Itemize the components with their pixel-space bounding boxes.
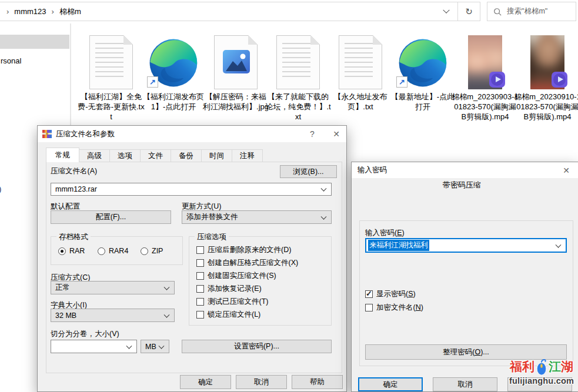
dialog-title: 压缩文件名和参数 <box>56 129 115 139</box>
dialog-titlebar: 压缩文件名和参数 ? ✕ <box>38 126 346 142</box>
search-placeholder: 搜索"棉棉m" <box>507 6 547 16</box>
update-mode-select[interactable]: 添加并替换文件 <box>182 210 332 224</box>
browse-button[interactable]: 浏览(B)... <box>280 165 337 178</box>
breadcrumb[interactable]: › mmm123 › 棉棉m <box>0 6 435 17</box>
checkbox-delete-files[interactable]: 压缩后删除原来的文件(D) <box>196 245 291 255</box>
file-item[interactable]: 【来了就能下载的论坛，纯免费！】.txt <box>267 33 329 122</box>
dialog-titlebar: 输入密码 ✕ <box>352 162 578 178</box>
dialog-title: 输入密码 <box>358 165 387 175</box>
archive-name-combobox[interactable]: mmm123.rar <box>51 183 332 196</box>
tab-options[interactable]: 选项 <box>110 149 141 162</box>
file-item[interactable]: 【福利江湖】全免费-无套路-更新快.txt <box>80 33 142 122</box>
site-watermark: 福 利 江 湖 fulijianghu.com <box>503 357 578 386</box>
refresh-icon: ↻ <box>465 6 473 17</box>
chevron-right-icon: › <box>52 7 54 16</box>
winrar-archive-dialog: 压缩文件名和参数 ? ✕ 常规 高级 选项 文件 备份 时间 注释 压缩文件名(… <box>37 125 347 392</box>
radio-zip[interactable]: ZIP <box>141 247 163 255</box>
address-dropdown-button[interactable] <box>435 2 457 21</box>
tab-strip: 常规 高级 选项 文件 备份 时间 注释 <box>46 149 263 162</box>
ok-button[interactable]: 确定 <box>180 375 231 389</box>
enter-password-label: 输入密码(E) <box>365 228 405 238</box>
file-item[interactable]: 【解压密码：来福利江湖找福利】.jpg <box>205 33 267 122</box>
profiles-button[interactable]: 配置(F)... <box>51 210 171 224</box>
tab-files[interactable]: 文件 <box>141 149 171 162</box>
close-icon[interactable]: ✕ <box>554 162 578 178</box>
refresh-button[interactable]: ↻ <box>457 2 480 21</box>
tab-time[interactable]: 时间 <box>202 149 232 162</box>
chevron-right-icon: › <box>6 7 9 16</box>
watermark-char: 福 <box>510 359 522 375</box>
file-name: 【永久地址发布页】.txt <box>327 92 394 112</box>
file-name: 【来了就能下载的论坛，纯免费！】.txt <box>265 92 332 122</box>
radio-rar[interactable]: RAR <box>58 247 85 255</box>
radio-icon <box>58 247 66 255</box>
help-button[interactable]: 帮助 <box>292 375 343 389</box>
password-input[interactable]: 来福利江湖找福利 <box>365 238 567 253</box>
file-item[interactable]: 棉棉m_20230910-101823-570(漏胸漏B剪辑版).mp4 <box>516 33 578 122</box>
file-name: 【福利江湖】全免费-无套路-更新快.txt <box>78 92 145 122</box>
file-name: 【最新地址】-点此打开 <box>389 92 456 112</box>
file-name: 棉棉m_20230910-101823-570(漏胸漏B剪辑版).mp4 <box>514 92 578 122</box>
close-icon[interactable]: ✕ <box>326 126 346 142</box>
split-size-combobox[interactable] <box>51 340 137 353</box>
chevron-down-icon <box>164 284 170 290</box>
file-item[interactable]: ↗ 【最新地址】-点此打开 <box>392 33 454 122</box>
breadcrumb-item-mmm123[interactable]: mmm123 <box>14 7 46 16</box>
chevron-down-icon <box>556 242 562 247</box>
compression-method-select[interactable]: 正常 <box>51 281 175 294</box>
checkbox-lock[interactable]: 锁定压缩文件(L) <box>196 310 260 320</box>
chevron-down-icon <box>443 6 449 13</box>
archiving-with-password-label: 带密码压缩 <box>352 180 572 190</box>
ok-button[interactable]: 确定 <box>358 377 423 391</box>
file-name: 【解压密码：来福利江湖找福利】.jpg <box>202 92 269 112</box>
file-item[interactable]: 【永久地址发布页】.txt <box>329 33 392 122</box>
checkbox-sfx[interactable]: 创建自解压格式压缩文件(X) <box>196 258 298 268</box>
checkbox-test[interactable]: 测试已压缩文件(T) <box>196 297 268 307</box>
checkbox-recovery-record[interactable]: 添加恢复记录(E) <box>196 284 262 294</box>
txt-file-icon <box>89 35 133 89</box>
tab-advanced[interactable]: 高级 <box>79 149 110 162</box>
file-name: 【福利江湖发布页1】-点此打开 <box>140 92 207 112</box>
file-item[interactable]: ↗ 【福利江湖发布页1】-点此打开 <box>142 33 205 122</box>
chevron-down-icon <box>126 343 132 349</box>
search-icon <box>493 8 502 16</box>
dictionary-size-select[interactable]: 32 MB <box>51 309 175 322</box>
selected-password-text: 来福利江湖找福利 <box>368 240 429 251</box>
tab-comment[interactable]: 注释 <box>232 149 263 162</box>
help-button[interactable]: ? <box>302 126 322 142</box>
compression-options-group: 压缩选项 压缩后删除原来的文件(D) 创建自解压格式压缩文件(X) 创建固实压缩… <box>189 236 332 326</box>
checkbox-icon <box>196 298 204 306</box>
file-list: 【福利江湖】全免费-无套路-更新快.txt ↗ 【福利江湖发布页1】-点此打开 … <box>80 33 578 122</box>
checkbox-solid[interactable]: 创建固实压缩文件(S) <box>196 271 276 281</box>
shortcut-arrow-icon: ↗ <box>147 76 158 88</box>
winrar-icon <box>42 129 52 139</box>
watermark-char: 利 <box>522 359 534 375</box>
txt-file-icon <box>276 35 320 89</box>
image-file-icon <box>214 35 258 89</box>
sidebar-item-personal[interactable]: rsonal <box>1 56 21 65</box>
archive-name-label: 压缩文件名(A) <box>51 166 97 176</box>
watermark-domain: fulijianghu.com <box>503 376 578 386</box>
chevron-down-icon <box>321 186 327 192</box>
checkbox-encrypt-filenames[interactable]: 加密文件名(N) <box>365 303 423 313</box>
set-password-button[interactable]: 设置密码(P)... <box>182 340 332 353</box>
shortcut-arrow-icon: ↗ <box>396 76 407 88</box>
cancel-button[interactable]: 取消 <box>236 375 287 389</box>
address-bar[interactable]: › mmm123 › 棉棉m ↻ <box>0 2 480 21</box>
split-unit-select[interactable]: MB <box>141 340 169 353</box>
checkbox-icon <box>196 285 204 293</box>
radio-rar4[interactable]: RAR4 <box>98 247 128 255</box>
tab-general[interactable]: 常规 <box>46 148 79 162</box>
checkbox-show-password[interactable]: 显示密码(S) <box>365 289 416 299</box>
watermark-char: 湖 <box>561 359 573 375</box>
radio-icon <box>141 247 148 255</box>
search-input[interactable]: 搜索"棉棉m" <box>487 2 576 21</box>
file-item[interactable]: 棉棉m_20230903-101823-570(漏胸漏B剪辑版).mp4 <box>454 33 516 122</box>
chevron-down-icon <box>321 213 327 219</box>
txt-file-icon <box>339 35 382 89</box>
sidebar-selection-highlight[interactable] <box>0 35 69 49</box>
breadcrumb-item-mianmianm[interactable]: 棉棉m <box>59 6 81 17</box>
play-icon <box>552 72 567 88</box>
tab-backup[interactable]: 备份 <box>171 149 202 162</box>
cancel-button[interactable]: 取消 <box>433 377 497 391</box>
